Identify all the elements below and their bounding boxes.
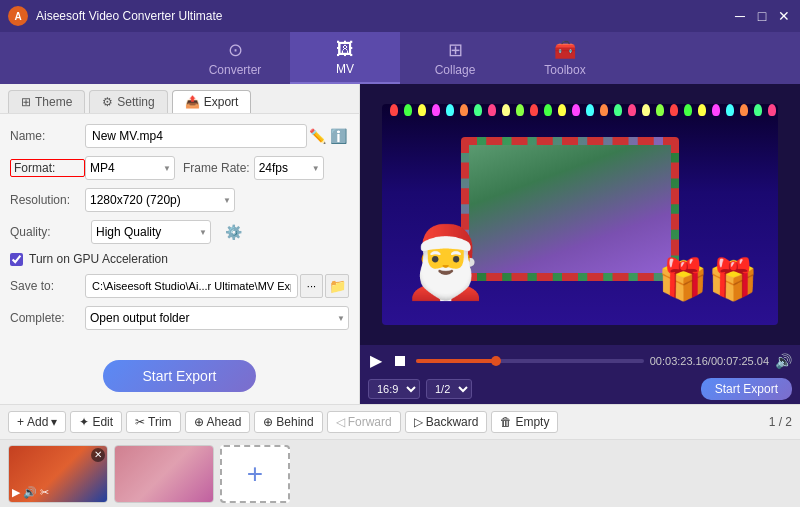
christmas-light [390,104,398,116]
right-panel: 🎅 🎁🎁 ▶ ⏹ 00:03:23.16/00:07:25.04 🔊 [360,84,800,404]
bottom-toolbar: + Add ▾ ✦ Edit ✂ Trim ⊕ Ahead ⊕ Behind ◁… [0,404,800,439]
page-select[interactable]: 1/2 [426,379,472,399]
save-row: Save to: ··· 📁 [10,274,349,298]
progress-bar[interactable] [416,359,644,363]
christmas-light [558,104,566,116]
framerate-label: Frame Rate: [183,161,250,175]
sub-tab-setting-label: Setting [117,95,154,109]
christmas-light [572,104,580,116]
maximize-button[interactable]: □ [754,8,770,24]
forward-icon: ◁ [336,415,345,429]
sub-tab-setting[interactable]: ⚙ Setting [89,90,167,113]
preview-area: 🎅 🎁🎁 [360,84,800,345]
forward-label: Forward [348,415,392,429]
trim-button[interactable]: ✂ Trim [126,411,181,433]
app-title: Aiseesoft Video Converter Ultimate [36,9,732,23]
add-chevron-icon: ▾ [51,415,57,429]
behind-button[interactable]: ⊕ Behind [254,411,322,433]
photo-inner [469,145,671,273]
aspect-ratio-select[interactable]: 16:9 [368,379,420,399]
add-icon: + [17,415,24,429]
christmas-light [670,104,678,116]
film-add-button[interactable]: + [220,445,290,503]
tab-converter[interactable]: ⊙ Converter [180,32,290,84]
tab-toolbox[interactable]: 🧰 Toolbox [510,32,620,84]
save-path-input[interactable] [85,274,298,298]
complete-row: Complete: Open output folder [10,306,349,330]
film-play-icon: ▶ [12,486,20,499]
christmas-light [698,104,706,116]
converter-icon: ⊙ [228,39,243,61]
christmas-light [586,104,594,116]
start-export-left-button[interactable]: Start Export [103,360,257,392]
titlebar: A Aiseesoft Video Converter Ultimate ─ □… [0,0,800,32]
folder-browse-button[interactable]: 📁 [325,274,349,298]
name-info-button[interactable]: ℹ️ [328,126,349,146]
christmas-light [446,104,454,116]
tab-mv[interactable]: 🖼 MV [290,32,400,84]
trim-icon: ✂ [135,415,145,429]
add-button[interactable]: + Add ▾ [8,411,66,433]
christmas-light [712,104,720,116]
minimize-button[interactable]: ─ [732,8,748,24]
backward-button[interactable]: ▷ Backward [405,411,488,433]
name-input[interactable] [85,124,307,148]
name-edit-button[interactable]: ✏️ [307,126,328,146]
close-button[interactable]: ✕ [776,8,792,24]
christmas-light [768,104,776,116]
play-button[interactable]: ▶ [368,349,384,372]
gpu-checkbox[interactable] [10,253,23,266]
forward-button[interactable]: ◁ Forward [327,411,401,433]
sub-tab-theme[interactable]: ⊞ Theme [8,90,85,113]
sub-tab-export[interactable]: 📤 Export [172,90,252,113]
thumb-bg-2 [115,446,213,502]
empty-button[interactable]: 🗑 Empty [491,411,558,433]
quality-select[interactable]: High Quality [91,220,211,244]
tab-collage[interactable]: ⊞ Collage [400,32,510,84]
photo-frame [461,137,679,281]
christmas-light [754,104,762,116]
empty-icon: 🗑 [500,415,512,429]
collage-icon: ⊞ [448,39,463,61]
christmas-light [642,104,650,116]
resolution-select[interactable]: 1280x720 (720p) [85,188,235,212]
tab-collage-label: Collage [435,63,476,77]
start-export-right-button[interactable]: Start Export [701,378,792,400]
quality-settings-button[interactable]: ⚙️ [223,222,244,242]
backward-icon: ▷ [414,415,423,429]
mv-icon: 🖼 [336,39,354,60]
ahead-button[interactable]: ⊕ Ahead [185,411,251,433]
resolution-select-wrapper: 1280x720 (720p) [85,188,235,212]
thumb-close-1[interactable]: ✕ [91,448,105,462]
behind-label: Behind [276,415,313,429]
backward-label: Backward [426,415,479,429]
film-thumb-1[interactable]: ✕ ▶ 🔊 ✂ [8,445,108,503]
stop-button[interactable]: ⏹ [390,350,410,372]
left-panel: ⊞ Theme ⚙ Setting 📤 Export Name: [0,84,360,404]
volume-icon[interactable]: 🔊 [775,353,792,369]
quality-row: Quality: High Quality ⚙️ [10,220,349,244]
tab-converter-label: Converter [209,63,262,77]
christmas-light [530,104,538,116]
fps-select[interactable]: 24fps [254,156,324,180]
setting-gear-icon: ⚙ [102,95,113,109]
path-dots-button[interactable]: ··· [300,274,323,298]
film-cut-icon: ✂ [40,486,49,499]
christmas-light [726,104,734,116]
edit-button[interactable]: ✦ Edit [70,411,122,433]
app-logo: A [8,6,28,26]
format-select[interactable]: MP4 [85,156,175,180]
quality-label: Quality: [10,225,85,239]
complete-select[interactable]: Open output folder [85,306,349,330]
progress-fill [416,359,496,363]
format-label: Format: [10,159,85,177]
time-display: 00:03:23.16/00:07:25.04 [650,355,769,367]
quality-select-wrapper: High Quality [91,220,211,244]
resolution-row: Resolution: 1280x720 (720p) [10,188,349,212]
film-thumb-2[interactable] [114,445,214,503]
complete-label: Complete: [10,311,85,325]
christmas-light [684,104,692,116]
gifts-figure: 🎁🎁 [658,256,758,303]
ahead-icon: ⊕ [194,415,204,429]
behind-icon: ⊕ [263,415,273,429]
